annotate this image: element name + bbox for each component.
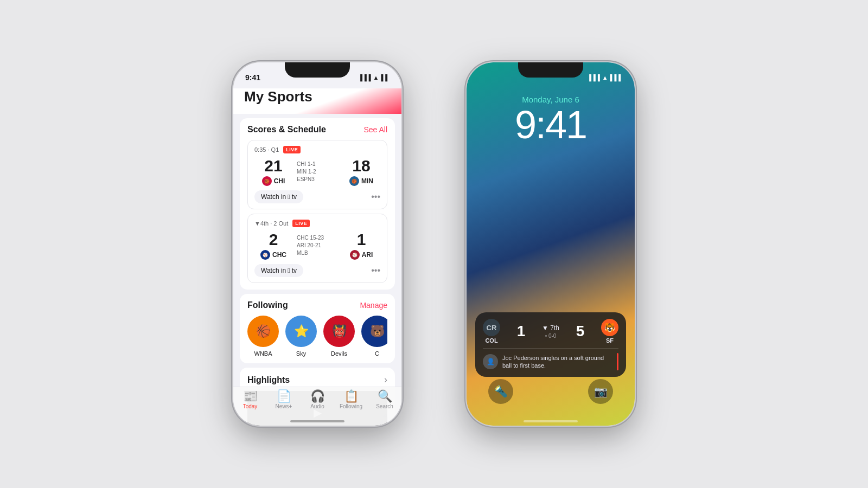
game-top-nba: 0:35 · Q1 LIVE bbox=[254, 146, 380, 153]
team-item-wnba[interactable]: 🏀 WNBA bbox=[247, 316, 279, 357]
team-item-devils[interactable]: 👹 Devils bbox=[323, 316, 355, 357]
game-detail3: ESPN3 bbox=[297, 176, 315, 183]
following-header: Following Manage bbox=[247, 300, 387, 310]
game-actions-mlb: Watch in tv ••• bbox=[254, 264, 380, 277]
home-info-mlb: ⚾ CHC bbox=[260, 250, 286, 260]
following-section: Following Manage 🏀 WNBA ⭐ Sky 👹 Devils 🐻 bbox=[240, 294, 395, 363]
game-detail1: CHI 1-1 bbox=[297, 160, 315, 168]
following-title: Following bbox=[247, 300, 288, 310]
sky-name: Sky bbox=[296, 350, 306, 357]
team-item-cubs[interactable]: 🐻 C bbox=[361, 316, 387, 357]
la-news: 👤 Joc Pederson singles on a soft ground … bbox=[483, 348, 618, 370]
away-team-mlb: 1 ⚾ ARI bbox=[342, 232, 380, 260]
live-badge-nba: LIVE bbox=[283, 146, 301, 153]
signal-icon-2: ▐▐▐ bbox=[587, 74, 599, 81]
scores-header: Scores & Schedule See All bbox=[247, 125, 387, 134]
today-label: Today bbox=[243, 403, 258, 409]
audio-icon: 🎧 bbox=[310, 390, 325, 402]
chc-abbr: CHC bbox=[272, 251, 286, 259]
ari-logo: ⚾ bbox=[350, 250, 360, 260]
newsplus-icon: 📄 bbox=[277, 390, 291, 402]
mlb-detail2: ARI 20-21 bbox=[297, 242, 321, 249]
wifi-icon: ▲ bbox=[373, 74, 379, 81]
status-icons-phone2: ▐▐▐ ▲ ▌▌▌ bbox=[587, 74, 623, 81]
sf-abbr-la: SF bbox=[606, 337, 614, 344]
highlights-chevron[interactable]: › bbox=[384, 374, 387, 386]
search-icon: 🔍 bbox=[378, 390, 392, 402]
away-team-nba: 18 🏀 MIN bbox=[342, 158, 380, 186]
la-scores-row: CR COL 1 ▼ 7th • 0-0 5 🐯 SF bbox=[483, 319, 618, 344]
apple-icon-mlb:  bbox=[288, 267, 290, 274]
game-card-nba[interactable]: 0:35 · Q1 LIVE 21 🏀 CHI CHI 1-1 MIN 1-2 bbox=[247, 140, 387, 209]
live-bar bbox=[617, 353, 618, 370]
game-mid-nba: CHI 1-1 MIN 1-2 ESPN3 bbox=[292, 160, 342, 183]
scores-title: Scores & Schedule bbox=[247, 125, 326, 134]
search-label: Search bbox=[376, 403, 393, 409]
battery-icon-2: ▌▌▌ bbox=[610, 74, 623, 81]
tab-today[interactable]: 📰 Today bbox=[233, 390, 267, 409]
manage-link[interactable]: Manage bbox=[360, 301, 387, 310]
away-info-mlb: ⚾ ARI bbox=[350, 250, 373, 260]
mlb-detail1: CHC 15-23 bbox=[297, 234, 324, 242]
watch-appletv-nba[interactable]: Watch in tv bbox=[254, 190, 303, 203]
mlb-detail3: MLB bbox=[297, 249, 308, 257]
today-icon: 📰 bbox=[243, 390, 258, 402]
live-badge-mlb: LIVE bbox=[292, 220, 310, 227]
notch-phone2 bbox=[518, 62, 583, 78]
live-activity[interactable]: CR COL 1 ▼ 7th • 0-0 5 🐯 SF 👤 bbox=[475, 312, 626, 377]
game-mid-mlb: CHC 15-23 ARI 20-21 MLB bbox=[292, 234, 342, 257]
flashlight-button[interactable]: 🔦 bbox=[488, 379, 513, 404]
game-status-mlb: ▼4th · 2 Out bbox=[254, 220, 288, 227]
phone1-news: 9:41 ▐▐▐ ▲ ▌▌ My Sports Scores & Schedul… bbox=[233, 62, 401, 426]
sf-logo-la: 🐯 bbox=[601, 319, 618, 336]
la-detail: • 0-0 bbox=[545, 333, 557, 339]
teams-row: 🏀 WNBA ⭐ Sky 👹 Devils 🐻 C bbox=[247, 316, 387, 357]
camera-button[interactable]: 📷 bbox=[588, 379, 613, 404]
home-team-nba: 21 🏀 CHI bbox=[254, 158, 292, 186]
la-col-team: CR COL bbox=[483, 319, 500, 344]
lock-time: 9:41 bbox=[467, 105, 635, 144]
game-card-mlb[interactable]: ▼4th · 2 Out LIVE 2 ⚾ CHC CHC 15-23 ARI … bbox=[247, 214, 387, 283]
game-scores-mlb: 2 ⚾ CHC CHC 15-23 ARI 20-21 MLB 1 bbox=[254, 232, 380, 260]
signal-icon: ▐▐▐ bbox=[358, 74, 371, 81]
devils-name: Devils bbox=[331, 350, 347, 357]
cubs-circle: 🐻 bbox=[361, 316, 387, 347]
tab-audio[interactable]: 🎧 Audio bbox=[301, 390, 334, 409]
tab-following[interactable]: 📋 Following bbox=[334, 390, 368, 409]
away-score-mlb: 1 bbox=[357, 232, 366, 248]
watch-appletv-mlb[interactable]: Watch in tv bbox=[254, 264, 303, 277]
chi-abbr: CHI bbox=[274, 177, 285, 185]
status-time-phone1: 9:41 bbox=[245, 73, 260, 82]
newsplus-label: News+ bbox=[276, 403, 292, 409]
scores-section: Scores & Schedule See All 0:35 · Q1 LIVE… bbox=[240, 118, 395, 290]
player-avatar: 👤 bbox=[483, 354, 498, 369]
status-icons-phone1: ▐▐▐ ▲ ▌▌ bbox=[358, 74, 390, 81]
tab-search[interactable]: 🔍 Search bbox=[368, 390, 401, 409]
game-top-mlb: ▼4th · 2 Out LIVE bbox=[254, 220, 380, 227]
following-tab-label: Following bbox=[340, 403, 362, 409]
away-score-nba: 18 bbox=[352, 158, 370, 174]
phone2-screen: ▐▐▐ ▲ ▌▌▌ Monday, June 6 9:41 CR COL 1 bbox=[467, 62, 635, 426]
chc-logo: ⚾ bbox=[260, 250, 270, 260]
page-title: My Sports bbox=[244, 88, 391, 105]
home-team-mlb: 2 ⚾ CHC bbox=[254, 232, 292, 260]
cubs-name: C bbox=[375, 350, 379, 357]
tab-newsplus[interactable]: 📄 News+ bbox=[267, 390, 301, 409]
la-mid: ▼ 7th • 0-0 bbox=[542, 324, 559, 339]
devils-circle: 👹 bbox=[323, 316, 355, 347]
chi-logo: 🏀 bbox=[262, 176, 272, 186]
phone1-screen: 9:41 ▐▐▐ ▲ ▌▌ My Sports Scores & Schedul… bbox=[233, 62, 401, 426]
see-all-link[interactable]: See All bbox=[363, 125, 387, 134]
more-options-mlb[interactable]: ••• bbox=[371, 266, 380, 275]
la-news-text: Joc Pederson singles on a soft ground ba… bbox=[502, 354, 612, 370]
col-score-la: 1 bbox=[517, 323, 526, 340]
game-scores-nba: 21 🏀 CHI CHI 1-1 MIN 1-2 ESPN3 18 bbox=[254, 158, 380, 186]
game-detail2: MIN 1-2 bbox=[297, 168, 316, 176]
team-item-sky[interactable]: ⭐ Sky bbox=[285, 316, 317, 357]
more-options-nba[interactable]: ••• bbox=[371, 192, 380, 202]
highlights-header: Highlights › bbox=[247, 374, 387, 386]
highlights-title: Highlights bbox=[247, 375, 290, 385]
home-indicator-phone2 bbox=[524, 420, 578, 422]
col-abbr-la: COL bbox=[485, 337, 497, 344]
home-score-mlb: 2 bbox=[269, 232, 278, 248]
